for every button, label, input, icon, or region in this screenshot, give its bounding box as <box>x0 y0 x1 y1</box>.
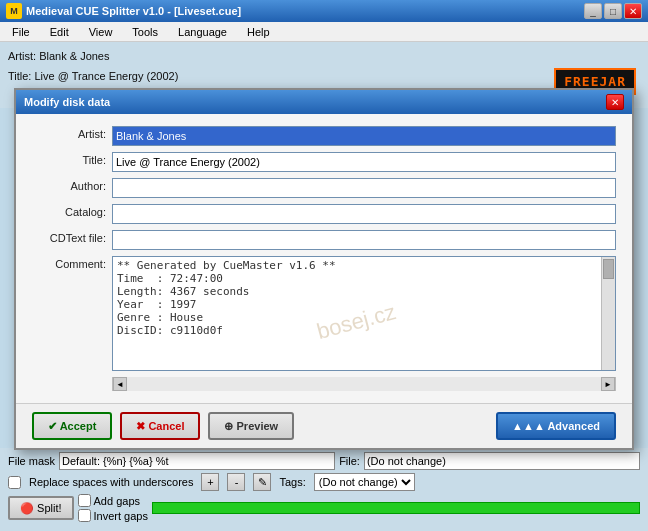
comment-wrapper: ** Generated by CueMaster v1.6 ** Time :… <box>112 256 616 371</box>
file-mask-row: File mask File: <box>8 452 640 470</box>
split-progress-row: 🔴 Split! Add gaps Invert gaps <box>8 494 640 522</box>
app-title-info: Title: Live @ Trance Energy (2002) <box>8 68 640 84</box>
title-bar: M Medieval CUE Splitter v1.0 - [Liveset.… <box>0 0 648 22</box>
menu-view[interactable]: View <box>85 25 117 39</box>
author-label: Author: <box>32 178 112 192</box>
file-value-input[interactable] <box>364 452 640 470</box>
advanced-button[interactable]: ▲▲▲ Advanced <box>496 412 616 440</box>
file-mask-label: File mask <box>8 455 55 467</box>
author-input[interactable] <box>112 178 616 198</box>
invert-gaps-checkbox[interactable] <box>78 509 91 522</box>
dialog-form: Artist: Title: Author: Catalog: CDText f… <box>16 114 632 403</box>
bottom-area: File mask File: Replace spaces with unde… <box>0 448 648 531</box>
menu-file[interactable]: File <box>8 25 34 39</box>
menu-help[interactable]: Help <box>243 25 274 39</box>
title-label: Title: <box>32 152 112 166</box>
minimize-button[interactable]: _ <box>584 3 602 19</box>
file-mask-input[interactable] <box>59 452 335 470</box>
add-gaps-label: Add gaps <box>94 495 140 507</box>
tags-label: Tags: <box>279 476 305 488</box>
cdtext-label: CDText file: <box>32 230 112 244</box>
menu-tools[interactable]: Tools <box>128 25 162 39</box>
file-label: File: <box>339 455 360 467</box>
invert-gaps-label: Invert gaps <box>94 510 148 522</box>
menu-edit[interactable]: Edit <box>46 25 73 39</box>
catalog-row: Catalog: <box>32 204 616 224</box>
replace-spaces-label: Replace spaces with underscores <box>29 476 193 488</box>
dialog-close-button[interactable]: ✕ <box>606 94 624 110</box>
horizontal-scrollbar[interactable]: ◄ ► <box>112 377 616 391</box>
dialog-title: Modify disk data <box>24 96 110 108</box>
accept-button[interactable]: ✔ Accept <box>32 412 112 440</box>
maximize-button[interactable]: □ <box>604 3 622 19</box>
scrollbar-thumb <box>603 259 614 279</box>
preview-button[interactable]: ⊕ Preview <box>208 412 294 440</box>
scroll-left-btn[interactable]: ◄ <box>113 377 127 391</box>
close-button[interactable]: ✕ <box>624 3 642 19</box>
dialog-buttons: ✔ Accept ✖ Cancel ⊕ Preview ▲▲▲ Advanced <box>16 403 632 448</box>
catalog-input[interactable] <box>112 204 616 224</box>
comment-textarea[interactable]: ** Generated by CueMaster v1.6 ** Time :… <box>113 257 601 367</box>
comment-scrollbar[interactable] <box>601 257 615 370</box>
tags-select[interactable]: (Do not change) <box>314 473 415 491</box>
title-input[interactable] <box>112 152 616 172</box>
comment-row: Comment: ** Generated by CueMaster v1.6 … <box>32 256 616 371</box>
cdtext-input[interactable] <box>112 230 616 250</box>
replace-spaces-checkbox[interactable] <box>8 476 21 489</box>
comment-label: Comment: <box>32 256 112 270</box>
menu-language[interactable]: Language <box>174 25 231 39</box>
scroll-track[interactable] <box>127 377 601 391</box>
artist-label: Artist: <box>32 126 112 140</box>
artist-row: Artist: <box>32 126 616 146</box>
replace-spaces-row: Replace spaces with underscores + - ✎ Ta… <box>8 473 640 491</box>
app-icon: M <box>6 3 22 19</box>
app-artist-info: Artist: Blank & Jones <box>8 48 640 64</box>
minus-btn[interactable]: - <box>227 473 245 491</box>
artist-input[interactable] <box>112 126 616 146</box>
author-row: Author: <box>32 178 616 198</box>
scroll-right-btn[interactable]: ► <box>601 377 615 391</box>
menu-bar: File Edit View Tools Language Help <box>0 22 648 42</box>
progress-bar <box>152 502 640 514</box>
edit-btn[interactable]: ✎ <box>253 473 271 491</box>
dialog-title-bar: Modify disk data ✕ <box>16 90 632 114</box>
modify-disk-dialog: Modify disk data ✕ Artist: Title: Author… <box>14 88 634 450</box>
window-title: Medieval CUE Splitter v1.0 - [Liveset.cu… <box>26 5 241 17</box>
add-btn[interactable]: + <box>201 473 219 491</box>
title-row: Title: <box>32 152 616 172</box>
gaps-options: Add gaps Invert gaps <box>78 494 148 522</box>
catalog-label: Catalog: <box>32 204 112 218</box>
add-gaps-checkbox[interactable] <box>78 494 91 507</box>
cancel-button[interactable]: ✖ Cancel <box>120 412 200 440</box>
title-bar-controls: _ □ ✕ <box>584 3 642 19</box>
cdtext-row: CDText file: <box>32 230 616 250</box>
split-button[interactable]: 🔴 Split! <box>8 496 74 520</box>
